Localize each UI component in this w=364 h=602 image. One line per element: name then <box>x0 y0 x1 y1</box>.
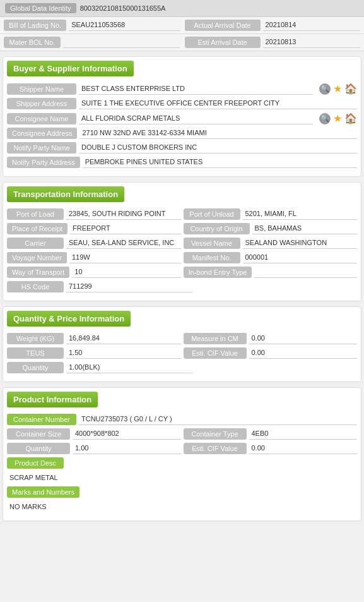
esti-arrival-value: 20210813 <box>263 37 361 48</box>
carrier-label: Carrier <box>7 238 64 249</box>
measure-cm-value: 0.00 <box>249 333 358 344</box>
place-of-receipt-label: Place of Receipt <box>7 223 68 234</box>
country-of-origin-label: Country of Origin <box>184 223 250 234</box>
bol-value: SEAU211053568 <box>69 20 179 31</box>
voyage-number-value: 119W <box>69 252 181 263</box>
product-section: Product Information Container Number TCN… <box>3 387 361 521</box>
marks-numbers-value: NO MARKS <box>7 501 49 512</box>
star-icon[interactable]: ★ <box>333 83 342 95</box>
hs-code-value: 711299 <box>66 281 192 292</box>
notify-party-address-label: Notify Party Address <box>7 157 80 168</box>
product-quantity-cif-row: Quantity 1.00 Esti. CIF Value 0.00 <box>7 443 357 454</box>
hs-code-row: HS Code 711299 <box>7 281 357 292</box>
product-header: Product Information <box>7 392 98 407</box>
notify-party-name-row: Notify Party Name DOUBLE J CUSTOM BROKER… <box>7 142 357 154</box>
consignee-address-label: Consignee Address <box>7 128 77 139</box>
port-of-load-value: 23845, SOUTH RIDING POINT <box>66 208 181 220</box>
carrier-field: Carrier SEAU, SEA-LAND SERVICE, INC <box>7 238 181 249</box>
container-type-label: Container Type <box>184 428 247 440</box>
product-desc-row: Product Desc <box>7 457 357 469</box>
esti-cif-label: Esti. CIF Value <box>184 347 247 359</box>
container-number-value: TCNU2735073 ( G0 / L / CY ) <box>79 414 357 425</box>
transportation-content: Port of Load 23845, SOUTH RIDING POINT P… <box>3 206 361 301</box>
weight-value: 16,849.84 <box>66 333 181 344</box>
mater-bol-field: Mater BOL No. <box>4 37 180 48</box>
voyage-number-label: Voyage Number <box>7 252 67 263</box>
mater-bol-row: Mater BOL No. Esti Arrival Date 20210813 <box>0 34 364 51</box>
consignee-name-label: Consignee Name <box>7 113 76 124</box>
global-bar: Global Data Identity 8003202108150001316… <box>0 0 364 17</box>
teus-cif-row: TEUS 1.50 Esti. CIF Value 0.00 <box>7 347 357 359</box>
port-of-load-label: Port of Load <box>7 208 64 220</box>
product-quantity-value: 1.00 <box>73 443 181 454</box>
shipper-icons: 🔍 ★ 🏠 <box>319 83 357 95</box>
shipper-address-row: Shipper Address SUITE 1 THE EXECUTIVE OF… <box>7 98 357 109</box>
qp-quantity-value: 1.00(BLK) <box>66 362 192 373</box>
way-inbond-row: Way of Transport 10 In-bond Entry Type <box>7 267 357 278</box>
carrier-value: SEAU, SEA-LAND SERVICE, INC <box>66 238 181 249</box>
measure-cm-field: Measure in CM 0.00 <box>184 333 358 344</box>
shipper-name-value: BEST CLASS ENTERPRISE LTD <box>79 83 313 95</box>
marks-numbers-value-row: NO MARKS <box>7 501 357 512</box>
container-number-row: Container Number TCNU2735073 ( G0 / L / … <box>7 414 357 425</box>
in-bond-entry-label: In-bond Entry Type <box>184 267 252 278</box>
shipper-address-label: Shipper Address <box>7 98 76 109</box>
consignee-icons: 🔍 ★ 🏠 <box>319 112 357 124</box>
product-quantity-field: Quantity 1.00 <box>7 443 181 454</box>
qp-quantity-row: Quantity 1.00(BLK) <box>7 362 357 373</box>
esti-arrival-label: Esti Arrival Date <box>185 37 261 48</box>
quantity-price-section: Quantity & Price Information Weight (KG)… <box>3 306 361 382</box>
mater-bol-value <box>63 37 180 48</box>
receipt-origin-row: Place of Receipt FREEPORT Country of Ori… <box>7 223 357 234</box>
product-esti-cif-label: Esti. CIF Value <box>184 443 247 454</box>
notify-party-address-row: Notify Party Address PEMBROKE PINES UNIT… <box>7 157 357 168</box>
way-of-transport-label: Way of Transport <box>7 267 69 278</box>
bol-field: Bill of Lading No. SEAU211053568 <box>4 20 180 31</box>
container-type-value: 4EB0 <box>249 428 358 440</box>
port-of-unload-label: Port of Unload <box>184 208 240 220</box>
container-size-type-row: Container Size 4000*908*802 Container Ty… <box>7 428 357 440</box>
way-of-transport-field: Way of Transport 10 <box>7 267 181 278</box>
home-icon[interactable]: 🏠 <box>344 83 357 95</box>
actual-arrival-label: Actual Arrival Date <box>185 20 261 31</box>
weight-label: Weight (KG) <box>7 333 64 344</box>
mater-bol-label: Mater BOL No. <box>4 37 61 48</box>
notify-party-address-value: PEMBROKE PINES UNITED STATES <box>83 157 357 168</box>
actual-arrival-value: 20210814 <box>263 20 361 31</box>
product-desc-value: SCRAP METAL <box>7 472 61 483</box>
teus-value: 1.50 <box>66 347 181 359</box>
buyer-supplier-section: Buyer & Supplier Information Shipper Nam… <box>3 56 361 177</box>
container-size-field: Container Size 4000*908*802 <box>7 428 181 440</box>
search-icon-2[interactable]: 🔍 <box>319 113 331 124</box>
product-esti-cif-field: Esti. CIF Value 0.00 <box>184 443 358 454</box>
container-number-label: Container Number <box>7 414 76 425</box>
port-of-load-field: Port of Load 23845, SOUTH RIDING POINT <box>7 208 181 220</box>
marks-numbers-label[interactable]: Marks and Numbers <box>7 486 79 498</box>
container-type-field: Container Type 4EB0 <box>184 428 358 440</box>
teus-field: TEUS 1.50 <box>7 347 181 359</box>
product-desc-label[interactable]: Product Desc <box>7 457 64 469</box>
manifest-no-value: 000001 <box>243 252 358 263</box>
search-icon[interactable]: 🔍 <box>319 83 331 95</box>
consignee-address-value: 2710 NW 32ND AVE 33142-6334 MIAMI <box>79 128 357 139</box>
quantity-price-content: Weight (KG) 16,849.84 Measure in CM 0.00… <box>3 330 361 382</box>
product-desc-value-row: SCRAP METAL <box>7 472 357 483</box>
notify-party-name-label: Notify Party Name <box>7 142 76 154</box>
shipper-name-label: Shipper Name <box>7 83 76 95</box>
vessel-name-value: SEALAND WASHINGTON <box>243 238 358 249</box>
buyer-supplier-header: Buyer & Supplier Information <box>7 61 134 76</box>
teus-label: TEUS <box>7 347 64 359</box>
actual-arrival-field: Actual Arrival Date 20210814 <box>185 20 361 31</box>
voyage-manifest-row: Voyage Number 119W Manifest No. 000001 <box>7 252 357 263</box>
notify-party-name-value: DOUBLE J CUSTOM BROKERS INC <box>79 142 357 154</box>
esti-arrival-field: Esti Arrival Date 20210813 <box>185 37 361 48</box>
global-label: Global Data Identity <box>5 3 76 13</box>
transportation-section: Transportation Information Port of Load … <box>3 182 361 301</box>
voyage-number-field: Voyage Number 119W <box>7 252 181 263</box>
in-bond-entry-field: In-bond Entry Type <box>184 267 358 278</box>
measure-cm-label: Measure in CM <box>184 333 247 344</box>
country-of-origin-value: BS, BAHAMAS <box>252 223 358 234</box>
star-icon-2[interactable]: ★ <box>333 112 342 124</box>
in-bond-entry-value <box>254 267 357 278</box>
home-icon-2[interactable]: 🏠 <box>344 112 357 124</box>
